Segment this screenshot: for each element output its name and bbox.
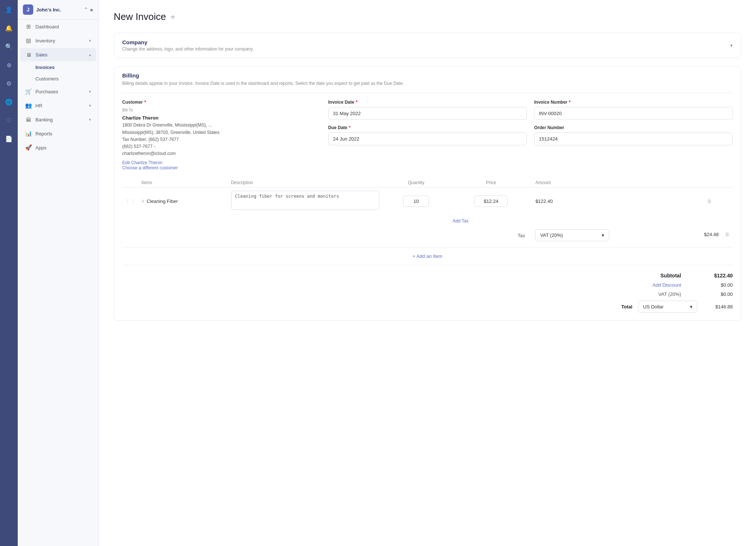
col-items: Items bbox=[138, 178, 228, 188]
nav-sidebar: J John's Inc. ⌃ ● ⊞ Dashboard ▤ Inventor… bbox=[18, 0, 99, 546]
sidebar-item-hr[interactable]: 👥 HR ▾ bbox=[20, 99, 96, 112]
subtotal-label: Subtotal bbox=[660, 273, 681, 279]
col-description: Description bbox=[228, 178, 383, 188]
add-item-button[interactable]: + Add an Item bbox=[413, 253, 443, 259]
customer-field-label: Customer * bbox=[122, 100, 321, 105]
inventory-icon: ▤ bbox=[25, 37, 32, 44]
dashboard-label: Dashboard bbox=[35, 24, 59, 30]
sidebar-subitem-invoices[interactable]: Invoices bbox=[20, 62, 96, 73]
item-description-input[interactable] bbox=[231, 191, 380, 210]
customer-col: Customer * Bill To Charlize Theron 1800 … bbox=[122, 100, 321, 170]
search-icon[interactable]: 🔍 bbox=[3, 41, 15, 52]
company-chevron-icon: ▾ bbox=[730, 42, 733, 48]
company-subtitle: Change the address, logo, and other info… bbox=[122, 46, 254, 52]
invoice-number-field: Invoice Number * bbox=[534, 100, 733, 120]
delete-tax-icon[interactable]: 🗑 bbox=[725, 231, 730, 237]
choose-customer-link[interactable]: Choose a different customer bbox=[122, 165, 321, 170]
add-item-row: + Add an Item bbox=[122, 247, 733, 265]
total-value: $146.88 bbox=[703, 304, 733, 310]
heart-icon[interactable]: ♡ bbox=[3, 114, 15, 126]
person-icon[interactable]: 👤 bbox=[3, 4, 15, 15]
tax-select-chevron: ▾ bbox=[602, 232, 604, 238]
sidebar-item-inventory[interactable]: ▤ Inventory ▾ bbox=[20, 34, 96, 47]
page-title: New Invoice bbox=[114, 11, 166, 23]
subtotal-value: $122.40 bbox=[703, 273, 733, 279]
company-section-header[interactable]: Company Change the address, logo, and ot… bbox=[114, 33, 741, 58]
invoice-number-input[interactable] bbox=[534, 107, 733, 120]
gear-icon[interactable]: ⚙ bbox=[3, 77, 15, 89]
discount-value: $0.00 bbox=[703, 282, 733, 288]
invoice-date-input[interactable] bbox=[328, 107, 527, 120]
document-icon[interactable]: 📄 bbox=[3, 133, 15, 145]
total-row: Total US Dollar ▾ $146.88 bbox=[621, 301, 733, 313]
add-tax-link[interactable]: Add Tax bbox=[453, 217, 468, 225]
customer-name: Charlize Theron bbox=[122, 114, 321, 122]
sidebar-item-sales[interactable]: 🖥 Sales ▴ bbox=[20, 48, 96, 61]
favorite-star-icon[interactable]: ★ bbox=[170, 13, 176, 21]
sidebar-item-banking[interactable]: 🏛 Banking ▾ bbox=[20, 113, 96, 126]
item-quantity-input[interactable] bbox=[403, 196, 429, 207]
banking-icon: 🏛 bbox=[25, 116, 32, 123]
col-quantity: Quantity bbox=[382, 178, 450, 188]
col-price: Price bbox=[450, 178, 532, 188]
item-price-input[interactable] bbox=[474, 196, 508, 207]
bell-icon[interactable]: 🔔 bbox=[3, 22, 15, 34]
sidebar-item-purchases[interactable]: 🛒 Purchases ▾ bbox=[20, 85, 96, 98]
order-number-field: Order Number bbox=[534, 125, 733, 145]
dashboard-icon: ⊞ bbox=[25, 23, 32, 30]
banking-chevron: ▾ bbox=[89, 117, 91, 122]
currency-chevron-icon: ▾ bbox=[690, 304, 693, 310]
customer-links: Edit Charlize Theron Choose a different … bbox=[122, 160, 321, 170]
sidebar-item-reports[interactable]: 📊 Reports bbox=[20, 127, 96, 140]
invoice-date-label: Invoice Date * bbox=[328, 100, 527, 105]
customer-info: Bill To Charlize Theron 1800 Debra Dr Gr… bbox=[122, 107, 321, 157]
vat-label: VAT (20%) bbox=[659, 291, 681, 297]
vat-value: $0.00 bbox=[703, 291, 733, 297]
total-label: Total bbox=[621, 304, 632, 310]
add-tax-row: Add Tax bbox=[122, 214, 733, 227]
plus-circle-icon[interactable]: ⊕ bbox=[3, 59, 15, 71]
sales-icon: 🖥 bbox=[25, 51, 32, 58]
customer-address2: Mississippi(MS), 38703, Greenville, Unit… bbox=[122, 129, 321, 136]
page-title-row: New Invoice ★ bbox=[114, 11, 741, 23]
billing-grid: Customer * Bill To Charlize Theron 1800 … bbox=[114, 100, 741, 170]
subtotal-row: Subtotal $122.40 bbox=[660, 273, 733, 279]
items-table: Items Description Quantity Price Amount … bbox=[122, 178, 733, 243]
invoices-label: Invoices bbox=[35, 65, 55, 70]
sidebar-subitem-customers[interactable]: Customers bbox=[20, 73, 96, 84]
invoice-number-label: Invoice Number * bbox=[534, 100, 733, 105]
customer-address: 1800 Debra Dr Greenville, Mississippi(MS… bbox=[122, 122, 321, 129]
billing-section-header: Billing Billing details appear in your i… bbox=[114, 66, 741, 93]
sales-label: Sales bbox=[35, 52, 48, 58]
discount-label[interactable]: Add Discount bbox=[653, 282, 681, 288]
hr-icon: 👥 bbox=[25, 102, 32, 109]
globe-icon[interactable]: 🌐 bbox=[3, 96, 15, 108]
due-date-label: Due Date * bbox=[328, 125, 527, 130]
apps-icon: 🚀 bbox=[25, 144, 32, 151]
tax-label: Tax bbox=[518, 233, 529, 238]
totals-section: Subtotal $122.40 Add Discount $0.00 VAT … bbox=[114, 265, 741, 320]
banking-label: Banking bbox=[35, 117, 53, 122]
sales-chevron: ▴ bbox=[89, 52, 91, 57]
company-logo: J bbox=[23, 4, 33, 15]
billing-subtitle: Billing details appear in your invoice. … bbox=[122, 80, 733, 87]
bill-to-label: Bill To bbox=[122, 107, 321, 114]
sidebar-item-dashboard[interactable]: ⊞ Dashboard bbox=[20, 20, 96, 33]
customer-tax: Tax Number: (662) 537-7677 bbox=[122, 136, 321, 143]
company-controls[interactable]: ⌃ ● bbox=[83, 6, 93, 13]
purchases-chevron: ▾ bbox=[89, 89, 91, 94]
reports-label: Reports bbox=[35, 131, 52, 136]
billing-divider bbox=[122, 93, 733, 93]
tax-select[interactable]: VAT (20%) ▾ bbox=[535, 229, 609, 241]
invoice-date-field: Invoice Date * bbox=[328, 100, 527, 120]
order-number-input[interactable] bbox=[534, 132, 733, 145]
delete-item-icon[interactable]: 🗑 bbox=[707, 198, 712, 204]
currency-select[interactable]: US Dollar ▾ bbox=[638, 301, 697, 313]
due-date-field: Due Date * bbox=[328, 125, 527, 145]
due-date-input[interactable] bbox=[328, 132, 527, 145]
item-amount: $122.40 bbox=[535, 198, 553, 204]
edit-customer-link[interactable]: Edit Charlize Theron bbox=[122, 160, 321, 165]
company-header[interactable]: J John's Inc. ⌃ ● bbox=[18, 0, 99, 20]
sidebar-item-apps[interactable]: 🚀 Apps bbox=[20, 141, 96, 154]
currency-label: US Dollar bbox=[643, 304, 664, 310]
